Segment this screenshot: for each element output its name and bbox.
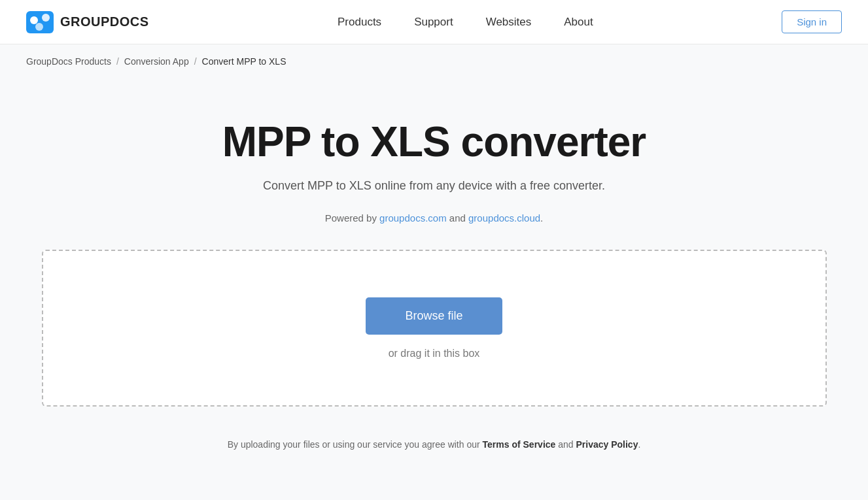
- groupdocs-cloud-link[interactable]: groupdocs.cloud: [468, 212, 540, 224]
- breadcrumb-sep-2: /: [194, 56, 197, 67]
- signin-button[interactable]: Sign in: [782, 10, 842, 33]
- breadcrumb-sep-1: /: [116, 56, 119, 67]
- footer-prefix: By uploading your files or using our ser…: [228, 439, 483, 450]
- privacy-link[interactable]: Privacy Policy: [576, 439, 638, 450]
- main-nav: Products Support Websites About: [338, 10, 593, 34]
- logo-text: GROUPDOCS: [60, 14, 149, 29]
- powered-by: Powered by groupdocs.com and groupdocs.c…: [325, 212, 544, 224]
- nav-products[interactable]: Products: [338, 10, 381, 34]
- breadcrumb-conversion-app[interactable]: Conversion App: [124, 56, 189, 67]
- groupdocs-com-link[interactable]: groupdocs.com: [379, 212, 447, 224]
- powered-by-suffix: .: [540, 212, 543, 224]
- page-subtitle: Convert MPP to XLS online from any devic…: [263, 179, 605, 193]
- header: GROUPDOCS Products Support Websites Abou…: [0, 0, 868, 44]
- footer-and: and: [555, 439, 576, 450]
- nav-support[interactable]: Support: [414, 10, 453, 34]
- terms-link[interactable]: Terms of Service: [483, 439, 556, 450]
- browse-file-button[interactable]: Browse file: [366, 297, 502, 335]
- breadcrumb: GroupDocs Products / Conversion App / Co…: [0, 44, 868, 78]
- svg-rect-2: [42, 14, 50, 22]
- powered-by-prefix: Powered by: [325, 212, 379, 224]
- nav-websites[interactable]: Websites: [486, 10, 532, 34]
- main-content: MPP to XLS converter Convert MPP to XLS …: [0, 78, 868, 476]
- nav-about[interactable]: About: [564, 10, 593, 34]
- groupdocs-logo-icon: [26, 11, 54, 33]
- breadcrumb-groupdocs[interactable]: GroupDocs Products: [26, 56, 111, 67]
- powered-by-and: and: [447, 212, 468, 224]
- svg-rect-3: [35, 23, 43, 31]
- drop-zone[interactable]: Browse file or drag it in this box: [42, 250, 827, 407]
- page-title: MPP to XLS converter: [222, 118, 646, 166]
- drag-hint: or drag it in this box: [389, 348, 480, 359]
- footer-note: By uploading your files or using our ser…: [228, 439, 641, 450]
- footer-suffix: .: [638, 439, 640, 450]
- breadcrumb-current: Convert MPP to XLS: [202, 56, 286, 67]
- logo[interactable]: GROUPDOCS: [26, 11, 149, 33]
- svg-rect-1: [30, 16, 38, 24]
